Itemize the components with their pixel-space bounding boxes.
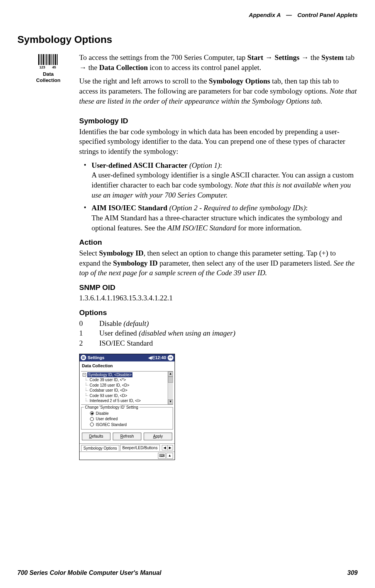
tree-child-4[interactable]: Interleaved 2 of 5 user ID, <I>	[83, 398, 167, 404]
page-footer: 700 Series Color Mobile Computer User's …	[17, 569, 358, 576]
svg-rect-0	[38, 54, 39, 65]
group-title: Change 'Symbology ID' Setting	[84, 405, 139, 410]
mock-time: 12:40	[155, 355, 166, 361]
radio-icon[interactable]	[90, 417, 94, 421]
bottom-bar: ⌨ ▲	[80, 452, 175, 460]
svg-rect-12	[57, 54, 58, 65]
barcode-icon: 123 45	[37, 53, 59, 69]
scroll-thumb[interactable]	[168, 377, 173, 383]
tab-scroll-arrows[interactable]: ◀▶	[162, 445, 173, 450]
tree-view[interactable]: − Symbology ID, <Disable> Code 39 user I…	[81, 372, 168, 404]
radio-iso-iec[interactable]: ISO/IEC Standard	[90, 422, 170, 428]
symbology-id-intro: Identifies the bar code symbology in whi…	[79, 127, 358, 157]
intro-para-1: To access the settings from the 700 Seri…	[79, 53, 358, 72]
svg-rect-10	[53, 54, 54, 65]
bullet-user-defined: User-defined ASCII Character (Option 1):…	[86, 160, 358, 200]
tree-root[interactable]: − Symbology ID, <Disable>	[83, 372, 167, 378]
heading-action: Action	[79, 237, 358, 247]
bullet-list: User-defined ASCII Character (Option 1):…	[79, 160, 358, 233]
svg-text:45: 45	[52, 65, 56, 69]
svg-rect-6	[48, 54, 48, 65]
tree-root-label[interactable]: Symbology ID, <Disable>	[87, 372, 132, 378]
refresh-button[interactable]: Refresh	[113, 433, 141, 440]
screenshot-mock: ⊞ Settings ◀∈ 12:40 ok Data Collection −…	[79, 354, 175, 460]
svg-rect-9	[52, 54, 53, 65]
page-header: Appendix A — Control Panel Applets	[17, 12, 358, 18]
header-title: Control Panel Applets	[297, 12, 358, 18]
appendix-label: Appendix A	[249, 12, 280, 18]
change-setting-group: Change 'Symbology ID' Setting Disable Us…	[81, 407, 173, 430]
tab-symbology-options[interactable]: Symbology Options	[81, 445, 119, 452]
windows-icon: ⊞	[81, 355, 86, 360]
svg-rect-7	[49, 54, 50, 65]
svg-rect-1	[40, 54, 41, 65]
tree-area: − Symbology ID, <Disable> Code 39 user I…	[81, 371, 173, 405]
tab-beeper-led[interactable]: Beeper/LED/Buttons	[120, 445, 160, 451]
option-row-1: 1 User defined (disabled when using an i…	[79, 328, 358, 338]
bullet-aim-standard: AIM ISO/IEC Standard (Option 2 - Require…	[86, 203, 358, 233]
snmp-oid-value: 1.3.6.1.4.1.1963.15.3.3.4.1.22.1	[79, 293, 358, 303]
tree-child-2[interactable]: Codabar user ID, <D>	[83, 388, 167, 393]
collapse-icon[interactable]: −	[83, 373, 86, 377]
radio-icon[interactable]	[90, 411, 94, 415]
tab-right-arrow-icon[interactable]: ▶	[167, 445, 173, 450]
option-row-0: 0 Disable (default)	[79, 319, 358, 329]
mock-subtitle: Data Collection	[80, 361, 175, 371]
apply-button[interactable]: Apply	[144, 433, 172, 440]
options-table: 0 Disable (default) 1 User defined (disa…	[79, 319, 358, 348]
heading-snmp-oid: SNMP OID	[79, 283, 358, 293]
ok-button[interactable]: ok	[168, 355, 173, 361]
scrollbar[interactable]: ▲ ▼	[168, 372, 173, 404]
keyboard-icon[interactable]: ⌨	[158, 453, 166, 459]
svg-text:123: 123	[39, 65, 45, 69]
svg-rect-3	[43, 54, 44, 65]
tab-left-arrow-icon[interactable]: ◀	[162, 445, 167, 450]
radio-disable[interactable]: Disable	[90, 411, 170, 416]
mock-titlebar: ⊞ Settings ◀∈ 12:40 ok	[80, 354, 175, 361]
footer-manual-title: 700 Series Color Mobile Computer User's …	[17, 569, 161, 576]
svg-rect-11	[55, 54, 56, 65]
header-dash: —	[286, 12, 292, 18]
radio-icon[interactable]	[90, 423, 94, 426]
tree-child-3[interactable]: Code 93 user ID, <D>	[83, 393, 167, 399]
scroll-up-button[interactable]: ▲	[168, 372, 173, 377]
footer-page-number: 309	[347, 569, 358, 576]
radio-user-defined[interactable]: User defined	[90, 416, 170, 422]
action-para: Select Symbology ID, then select an opti…	[79, 248, 358, 278]
icon-column: 123 45 Data Collection	[17, 53, 79, 83]
tree-child-1[interactable]: Code 128 user ID, <D>	[83, 383, 167, 388]
scroll-down-button[interactable]: ▼	[168, 399, 173, 404]
defaults-button[interactable]: Defaults	[82, 433, 110, 440]
heading-symbology-id: Symbology ID	[79, 116, 358, 126]
icon-label: Data Collection	[17, 71, 79, 83]
tab-row: Symbology Options Beeper/LED/Buttons ◀▶	[80, 443, 175, 452]
tree-child-0[interactable]: Code 39 user ID, <*>	[83, 377, 167, 383]
speaker-icon[interactable]: ◀∈	[148, 355, 155, 361]
intro-para-2: Use the right and left arrows to scroll …	[79, 76, 358, 106]
section-title: Symbology Options	[17, 34, 358, 46]
svg-rect-8	[51, 54, 51, 65]
option-row-2: 2 ISO/IEC Standard	[79, 338, 358, 348]
svg-rect-2	[41, 54, 42, 65]
svg-rect-5	[46, 54, 47, 65]
button-row: Defaults Refresh Apply	[80, 431, 175, 443]
mock-title: Settings	[88, 355, 104, 361]
svg-rect-4	[45, 54, 45, 65]
heading-options: Options	[79, 308, 358, 318]
up-arrow-icon[interactable]: ▲	[166, 453, 173, 459]
